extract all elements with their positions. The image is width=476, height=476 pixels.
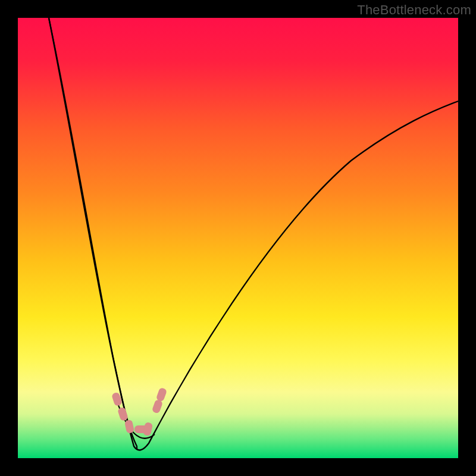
bottleneck-curve xyxy=(18,18,458,458)
chart-container xyxy=(18,18,458,458)
marker-group xyxy=(111,387,167,437)
marker-point xyxy=(156,387,168,402)
marker-point xyxy=(152,399,164,414)
marker-point xyxy=(143,422,153,436)
watermark-text: TheBottleneck.com xyxy=(357,2,471,18)
curve-full xyxy=(49,18,458,450)
curve-left-arm xyxy=(49,18,137,449)
marker-point xyxy=(124,419,134,434)
